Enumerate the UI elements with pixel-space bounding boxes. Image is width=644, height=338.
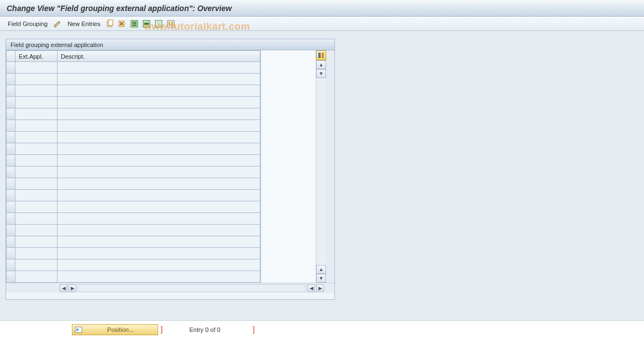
cell-ext-appl[interactable] [15,178,57,190]
table-row[interactable] [7,85,260,97]
cell-ext-appl[interactable] [15,120,57,132]
scroll-up-icon[interactable]: ▲ [316,60,326,69]
table-row[interactable] [7,271,260,283]
cell-descript[interactable] [57,108,260,120]
table-row[interactable] [7,201,260,213]
row-selector[interactable] [7,248,15,259]
table-row[interactable] [7,108,260,120]
cell-ext-appl[interactable] [15,225,57,236]
vertical-scrollbar[interactable]: ▲ ▼ ▲ ▼ [316,50,326,283]
table-row[interactable] [7,155,260,167]
scroll-right-icon[interactable]: ▶ [316,284,324,292]
row-selector[interactable] [7,201,15,213]
cell-ext-appl[interactable] [15,143,57,155]
table-row[interactable] [7,236,260,248]
select-block-icon[interactable] [142,19,151,28]
cell-descript[interactable] [57,225,260,236]
cell-ext-appl[interactable] [15,74,57,85]
cell-descript[interactable] [57,132,260,143]
row-selector[interactable] [7,213,15,225]
cell-descript[interactable] [57,143,260,155]
cell-ext-appl[interactable] [15,201,57,213]
table-row[interactable] [7,132,260,143]
cell-ext-appl[interactable] [15,259,57,271]
vscroll-track[interactable] [316,78,326,265]
cell-ext-appl[interactable] [15,155,57,167]
table-row[interactable] [7,74,260,85]
cell-ext-appl[interactable] [15,190,57,201]
table-row[interactable] [7,167,260,178]
config-icon[interactable] [166,19,175,28]
cell-ext-appl[interactable] [15,167,57,178]
cell-descript[interactable] [57,74,260,85]
row-selector[interactable] [7,155,15,167]
deselect-all-icon[interactable] [154,19,163,28]
cell-ext-appl[interactable] [15,85,57,97]
field-grouping-button[interactable]: Field Grouping [6,20,50,27]
row-selector[interactable] [7,108,15,120]
cell-descript[interactable] [57,62,260,74]
scroll-left-icon[interactable]: ◀ [60,284,67,292]
cell-descript[interactable] [57,190,260,201]
cell-descript[interactable] [57,236,260,248]
table-row[interactable] [7,225,260,236]
table-row[interactable] [7,213,260,225]
row-selector[interactable] [7,74,15,85]
scroll-page-left-icon[interactable]: ▶ [69,284,76,292]
cell-descript[interactable] [57,120,260,132]
select-all-header[interactable] [7,51,15,62]
cell-descript[interactable] [57,155,260,167]
table-row[interactable] [7,178,260,190]
cell-ext-appl[interactable] [15,62,57,74]
table-row[interactable] [7,248,260,259]
copy-icon[interactable] [106,19,114,28]
cell-descript[interactable] [57,213,260,225]
cell-descript[interactable] [57,178,260,190]
cell-ext-appl[interactable] [15,108,57,120]
row-selector[interactable] [7,62,15,74]
cell-descript[interactable] [57,167,260,178]
hscroll-track[interactable] [78,284,306,292]
select-all-icon[interactable] [130,19,139,28]
row-selector[interactable] [7,225,15,236]
row-selector[interactable] [7,271,15,283]
cell-descript[interactable] [57,271,260,283]
cell-descript[interactable] [57,259,260,271]
row-selector[interactable] [7,178,15,190]
column-ext-appl[interactable]: Ext.Appl. [15,51,57,62]
new-entries-button[interactable]: New Entries [65,20,102,27]
cell-ext-appl[interactable] [15,97,57,108]
position-button[interactable]: Position... [72,324,158,335]
horizontal-scrollbar[interactable]: ◀ ▶ ◀ ▶ [6,283,334,293]
toggle-edit-icon[interactable] [53,19,62,28]
row-selector[interactable] [7,167,15,178]
table-row[interactable] [7,143,260,155]
table-row[interactable] [7,259,260,271]
row-selector[interactable] [7,236,15,248]
row-selector[interactable] [7,132,15,143]
scroll-down-icon[interactable]: ▼ [316,274,326,283]
row-selector[interactable] [7,259,15,271]
cell-ext-appl[interactable] [15,213,57,225]
scroll-page-down-icon[interactable]: ▲ [316,265,326,274]
cell-ext-appl[interactable] [15,271,57,283]
cell-ext-appl[interactable] [15,236,57,248]
table-row[interactable] [7,97,260,108]
scroll-page-up-icon[interactable]: ▼ [316,69,326,78]
column-descript[interactable]: Descript. [57,51,260,62]
table-settings-icon[interactable] [316,50,326,60]
row-selector[interactable] [7,85,15,97]
table-row[interactable] [7,190,260,201]
delete-icon[interactable] [118,19,127,28]
table-row[interactable] [7,120,260,132]
cell-ext-appl[interactable] [15,248,57,259]
row-selector[interactable] [7,120,15,132]
cell-descript[interactable] [57,201,260,213]
cell-descript[interactable] [57,248,260,259]
row-selector[interactable] [7,97,15,108]
data-grid[interactable]: Ext.Appl. Descript. [6,50,260,283]
scroll-page-right-icon[interactable]: ◀ [307,284,315,292]
row-selector[interactable] [7,143,15,155]
cell-descript[interactable] [57,97,260,108]
table-row[interactable] [7,62,260,74]
